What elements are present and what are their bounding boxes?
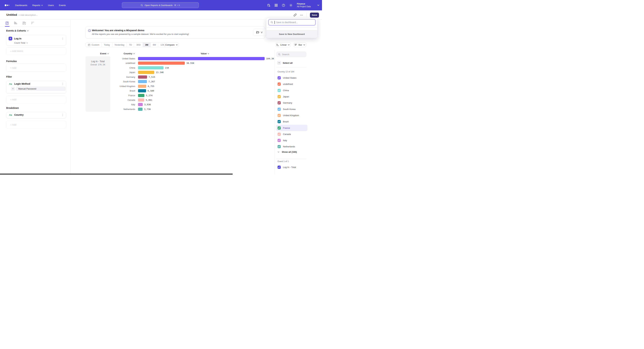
bar[interactable] xyxy=(138,75,147,79)
column-header-value[interactable]: Value xyxy=(201,52,209,55)
add-formula-button[interactable]: + Add xyxy=(6,64,66,72)
bar[interactable] xyxy=(138,103,143,106)
panel-divider xyxy=(276,67,306,67)
add-breakdown-button[interactable]: + Add xyxy=(6,121,66,129)
filter-operator[interactable]: = xyxy=(11,87,15,91)
show-all-button[interactable]: Show all (184) xyxy=(278,151,297,153)
nav-item-dashboards[interactable]: Dashboards xyxy=(15,4,27,6)
add-metric-button[interactable]: + Add Metric xyxy=(6,47,66,55)
bar[interactable] xyxy=(138,61,185,65)
top-nav: DashboardsReportsUsersEvents Open Report… xyxy=(0,0,322,10)
aggregation-selector[interactable]: Count Total xyxy=(14,41,66,44)
filter-property-name[interactable]: Login Method xyxy=(14,82,60,85)
bar[interactable] xyxy=(138,71,154,74)
segment-item-japan[interactable]: Japan xyxy=(276,93,308,100)
select-all-checkbox[interactable]: Select all xyxy=(278,61,293,64)
segment-item-netherlands[interactable]: Netherlands xyxy=(276,143,308,150)
segment-item-undefined[interactable]: undefined xyxy=(276,81,308,87)
segment-item-brazil[interactable]: Brazil xyxy=(276,118,308,125)
logo-dot-large xyxy=(5,4,6,6)
event-count-label: Event 1 of 1 xyxy=(278,160,289,163)
range-7d[interactable]: 7D xyxy=(127,42,134,47)
filter-header: Filter xyxy=(6,75,12,78)
save-button[interactable]: Save xyxy=(310,12,319,17)
segment-item-france[interactable]: France xyxy=(276,125,308,131)
bar-value-label: 104.3K xyxy=(266,56,274,61)
check-icon xyxy=(278,139,280,141)
bar[interactable] xyxy=(138,94,144,97)
report-title[interactable]: Untitled xyxy=(6,13,17,16)
bar[interactable] xyxy=(138,57,265,60)
bar-value-label: 6,589 xyxy=(148,88,154,93)
nav-item-users[interactable]: Users xyxy=(48,4,54,6)
global-search-bar[interactable]: Open Reports & Dashboards ⌘ + K xyxy=(122,2,199,8)
metric-event-name[interactable]: Log In xyxy=(14,37,60,40)
chevron-down-icon[interactable] xyxy=(317,4,319,6)
nav-item-events[interactable]: Events xyxy=(59,4,66,6)
segment-item-germany[interactable]: Germany xyxy=(276,100,308,106)
chart-scale-selector[interactable]: Linear xyxy=(276,42,291,47)
range-custom[interactable]: Custom xyxy=(86,42,102,47)
range-3m[interactable]: 3M xyxy=(143,42,150,47)
bar-value-label: 6,755 xyxy=(148,84,154,88)
chart-type-selector[interactable]: Bar xyxy=(294,42,306,47)
segment-item-united-states[interactable]: United States xyxy=(276,75,308,81)
copy-link-icon[interactable] xyxy=(294,13,297,16)
filter-card[interactable]: Aa Login Method ⋮ = Manual Password xyxy=(6,81,66,93)
bar[interactable] xyxy=(138,85,146,88)
breakdown-kebab-menu[interactable]: ⋮ xyxy=(62,114,64,116)
save-dashboard-search-input[interactable]: Save to dashboard... xyxy=(268,19,316,25)
metric-card[interactable]: A Log In ⋮ Count Total xyxy=(6,35,66,46)
bar[interactable] xyxy=(138,89,146,92)
tab-flows-icon[interactable] xyxy=(22,21,26,25)
segment-item-label: Japan xyxy=(283,95,289,98)
segment-item-united-kingdom[interactable]: United Kingdom xyxy=(276,112,308,118)
bar[interactable] xyxy=(138,66,164,69)
segment-search-input[interactable]: Search xyxy=(276,51,306,57)
compare-button[interactable]: Compare xyxy=(164,42,178,47)
range-label: Yesterday xyxy=(114,43,124,46)
save-to-dashboard-popup: Save to dashboard... Save to New Dashboa… xyxy=(266,17,318,38)
events-cohorts-header[interactable]: Events & Cohorts xyxy=(6,29,29,32)
segment-item-south-korea[interactable]: South Korea xyxy=(276,106,308,112)
range-30d[interactable]: 30D xyxy=(134,42,143,47)
segment-item-italy[interactable]: Italy xyxy=(276,137,308,143)
metric-kebab-menu[interactable]: ⋮ xyxy=(62,38,64,39)
bar[interactable] xyxy=(138,108,142,111)
save-to-new-dashboard-button[interactable]: Save to New Dashboard xyxy=(266,30,317,38)
bar-value-label: 5,061 xyxy=(146,98,152,102)
checked-checkbox-icon xyxy=(278,114,281,117)
banner-subtitle: All the reports you see are powered by a… xyxy=(92,33,189,35)
breakdown-card[interactable]: Aa Country ⋮ xyxy=(6,112,66,118)
filter-value[interactable]: Manual Password xyxy=(16,86,66,91)
column-header-country[interactable]: Country xyxy=(124,52,135,55)
help-icon[interactable] xyxy=(282,3,285,7)
data-management-icon[interactable] xyxy=(267,3,270,7)
chart-row-united-kingdom: United Kingdom6,755 xyxy=(86,84,275,88)
bar-category-label: United States xyxy=(86,56,135,61)
tab-retention-icon[interactable] xyxy=(31,21,34,25)
breakdown-property-name[interactable]: Country xyxy=(14,113,60,116)
tab-funnels-icon[interactable] xyxy=(14,21,18,25)
range-6m[interactable]: 6M xyxy=(150,42,158,47)
project-switcher[interactable]: Finance All Project Data xyxy=(297,2,311,8)
mixpanel-logo[interactable] xyxy=(5,4,10,6)
segment-item-label: United Kingdom xyxy=(283,114,299,117)
apps-grid-icon[interactable] xyxy=(274,3,278,7)
segment-item-canada[interactable]: Canada xyxy=(276,131,308,137)
checked-checkbox-icon xyxy=(278,82,281,86)
event-legend-item[interactable]: Log In - Total xyxy=(278,166,296,169)
segment-item-china[interactable]: China xyxy=(276,87,308,93)
range-yesterday[interactable]: Yesterday xyxy=(112,42,127,47)
column-header-event[interactable]: Event xyxy=(100,52,109,55)
bar[interactable] xyxy=(138,80,147,83)
filter-kebab-menu[interactable]: ⋮ xyxy=(62,83,64,85)
add-filter-button[interactable]: + Add xyxy=(6,96,66,103)
add-description-placeholder[interactable]: + Add description... xyxy=(18,14,38,16)
nav-item-reports[interactable]: Reports xyxy=(32,4,43,6)
bar[interactable] xyxy=(138,98,144,102)
more-options-icon[interactable] xyxy=(300,13,303,16)
settings-gear-icon[interactable] xyxy=(289,3,293,7)
range-today[interactable]: Today xyxy=(102,42,112,47)
tab-insights-icon[interactable] xyxy=(5,21,9,25)
